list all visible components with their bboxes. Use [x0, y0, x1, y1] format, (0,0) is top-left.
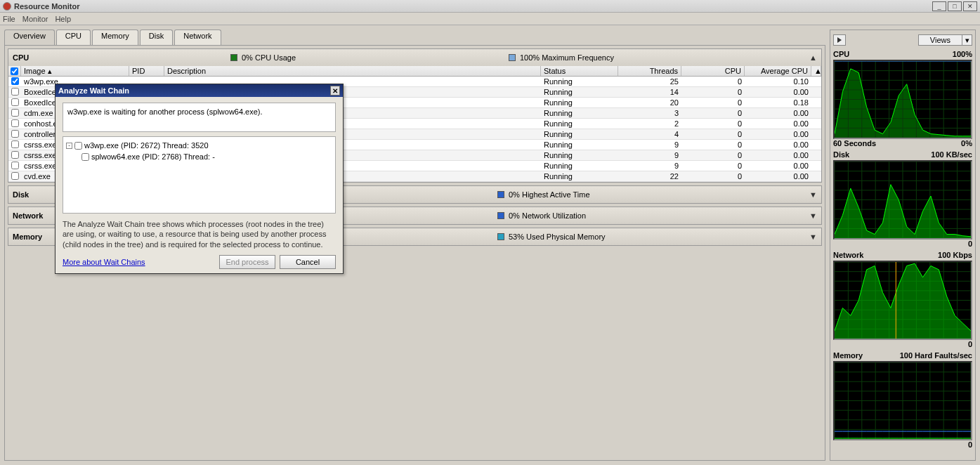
cell-status: Running: [541, 172, 618, 181]
tab-disk[interactable]: Disk: [140, 30, 173, 45]
network-metric-text: 0% Network Utilization: [509, 211, 586, 220]
row-checkbox[interactable]: [11, 162, 19, 169]
row-checkbox[interactable]: [11, 77, 19, 85]
memory-metric-text: 53% Used Physical Memory: [509, 232, 606, 241]
row-checkbox[interactable]: [11, 140, 19, 148]
chart-footer-left: 60 Seconds: [833, 139, 876, 149]
cell-cpu: 0: [681, 119, 745, 128]
col-description[interactable]: Description: [164, 66, 541, 76]
chart-scale: 100 Kbps: [938, 251, 972, 261]
header-checkbox[interactable]: [11, 67, 18, 75]
cell-cpu: 0: [681, 98, 745, 107]
collapse-icon[interactable]: -: [66, 143, 72, 149]
menu-file[interactable]: File: [3, 15, 15, 23]
process-table-header: Image ▴ PID Description Status Threads C…: [8, 66, 821, 77]
cell-avg: 0.00: [745, 162, 811, 170]
section-cpu-header[interactable]: CPU 0% CPU Usage 100% Maximum Frequency …: [8, 49, 821, 66]
chart-title: CPU: [833, 50, 849, 60]
col-status[interactable]: Status: [541, 66, 618, 76]
cell-status: Running: [541, 140, 618, 149]
views-button[interactable]: Views: [918, 34, 962, 46]
disk-swatch: [497, 191, 504, 198]
dialog-close-icon[interactable]: ✕: [330, 86, 340, 96]
cpu-freq-text: 100% Maximum Frequency: [520, 53, 614, 62]
dialog-titlebar[interactable]: Analyze Wait Chain ✕: [55, 84, 343, 97]
chart-title: Network: [833, 251, 863, 261]
memory-swatch: [497, 233, 504, 240]
tree-node-parent[interactable]: - w3wp.exe (PID: 2672) Thread: 3520: [66, 140, 332, 151]
play-button[interactable]: [833, 34, 846, 46]
cell-avg: 0.00: [745, 140, 811, 149]
row-checkbox[interactable]: [11, 130, 19, 138]
cell-threads: 9: [618, 162, 681, 170]
chevron-up-icon: ▲: [809, 53, 817, 62]
wait-chain-tree[interactable]: - w3wp.exe (PID: 2672) Thread: 3520 splw…: [63, 136, 336, 214]
dialog-description: The Analyze Wait Chain tree shows which …: [63, 219, 336, 249]
chart-cpu: CPU100%60 Seconds0%: [833, 50, 972, 149]
cell-cpu: 0: [681, 109, 745, 117]
menu-help[interactable]: Help: [55, 15, 71, 23]
tab-cpu[interactable]: CPU: [56, 30, 91, 45]
chart-scale: 100 KB/sec: [931, 150, 972, 160]
cell-status: Running: [541, 162, 618, 170]
row-checkbox[interactable]: [11, 109, 19, 117]
cell-threads: 4: [618, 130, 681, 138]
chart-memory: Memory100 Hard Faults/sec0: [833, 351, 972, 450]
tabstrip: Overview CPU Memory Disk Network: [4, 30, 825, 45]
row-checkbox[interactable]: [11, 88, 19, 96]
row-checkbox[interactable]: [11, 98, 19, 106]
cancel-button[interactable]: Cancel: [280, 255, 336, 269]
chart-title: Memory: [833, 351, 863, 361]
cell-cpu: 0: [681, 172, 745, 181]
chevron-down-icon: ▼: [809, 211, 817, 220]
cell-avg: 0.00: [745, 109, 811, 117]
app-icon: [3, 2, 11, 11]
row-checkbox[interactable]: [11, 151, 19, 159]
minimize-button[interactable]: _: [932, 1, 946, 11]
window-title: Resource Monitor: [14, 2, 931, 11]
menu-monitor[interactable]: Monitor: [22, 15, 48, 23]
tab-overview[interactable]: Overview: [4, 30, 55, 45]
row-checkbox[interactable]: [11, 119, 19, 127]
views-dropdown[interactable]: ▾: [962, 34, 972, 46]
tree-node-checkbox[interactable]: [81, 153, 89, 161]
col-pid[interactable]: PID: [129, 66, 164, 76]
menubar: File Monitor Help: [0, 13, 980, 25]
cpu-freq-swatch: [509, 54, 516, 61]
tab-memory[interactable]: Memory: [92, 30, 138, 45]
row-checkbox[interactable]: [11, 172, 19, 180]
chart-scale: 100 Hard Faults/sec: [900, 351, 972, 361]
col-avgcpu[interactable]: Average CPU: [745, 66, 811, 76]
cell-cpu: 0: [681, 77, 745, 86]
col-image[interactable]: Image ▴: [21, 66, 129, 76]
cell-avg: 0.00: [745, 151, 811, 159]
tab-network[interactable]: Network: [174, 30, 221, 45]
chart-footer-right: 0: [968, 340, 972, 350]
cell-threads: 14: [618, 88, 681, 96]
charts-panel: Views ▾ CPU100%60 Seconds0%Disk100 KB/se…: [830, 30, 976, 461]
more-about-wait-chains-link[interactable]: More about Wait Chains: [63, 258, 145, 266]
network-swatch: [497, 212, 504, 219]
cpu-usage-swatch: [230, 54, 237, 61]
cell-avg: 0.00: [745, 172, 811, 181]
chevron-down-icon: ▼: [809, 232, 817, 241]
col-cpu[interactable]: CPU: [681, 66, 745, 76]
chart-network: Network100 Kbps0: [833, 251, 972, 350]
dialog-title: Analyze Wait Chain: [58, 86, 129, 95]
col-threads[interactable]: Threads: [618, 66, 681, 76]
close-button[interactable]: ✕: [963, 1, 977, 11]
tree-node-checkbox[interactable]: [74, 142, 82, 150]
cell-status: Running: [541, 98, 618, 107]
end-process-button[interactable]: End process: [219, 255, 275, 269]
cell-cpu: 0: [681, 140, 745, 149]
cell-avg: 0.00: [745, 119, 811, 128]
analyze-wait-chain-dialog: Analyze Wait Chain ✕ w3wp.exe is waiting…: [55, 84, 344, 274]
cell-cpu: 0: [681, 151, 745, 159]
chart-canvas: [833, 160, 972, 240]
maximize-button[interactable]: □: [948, 1, 962, 11]
cpu-usage-text: 0% CPU Usage: [242, 53, 509, 62]
cell-threads: 9: [618, 151, 681, 159]
tree-node-child[interactable]: splwow64.exe (PID: 2768) Thread: -: [81, 151, 332, 162]
cell-status: Running: [541, 77, 618, 86]
cell-status: Running: [541, 151, 618, 159]
